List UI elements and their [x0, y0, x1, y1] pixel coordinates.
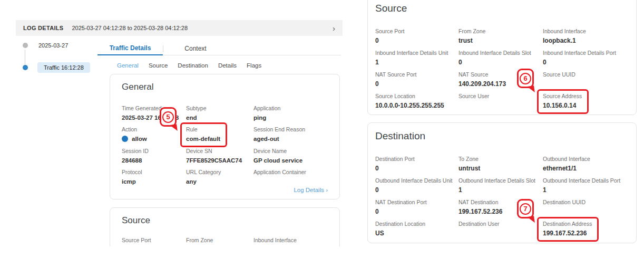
field-value: 0: [122, 246, 186, 246]
field-label: Session End Reason: [253, 126, 328, 133]
field-value: 1: [375, 59, 458, 66]
field-label: Protocol: [122, 169, 186, 176]
field-label: Destination Port: [375, 156, 458, 163]
field-value: trust: [458, 37, 543, 44]
field-inbound-interface-details-unit: Inbound Interface Details Unit1: [375, 50, 458, 66]
annotation-highlight-box: Source Address10.156.0.14: [537, 89, 589, 114]
field-label: Inbound Interface: [253, 237, 328, 244]
subtab-destination[interactable]: Destination: [178, 62, 208, 69]
field-inbound-interface: Inbound Interfaceloopback.1: [543, 28, 629, 44]
field-destination-address: Destination Address199.167.52.236: [543, 221, 629, 237]
source-preview-clip: Source Source Port0From ZonetrustInbound…: [110, 207, 340, 246]
field-label: Inbound Interface Details Port: [543, 50, 629, 56]
field-value: ethernet1/1: [543, 165, 629, 172]
field-value: 284688: [122, 157, 186, 164]
field-label: Application: [253, 105, 328, 112]
timeline-date-item: 2025-03-27: [23, 42, 68, 49]
field-value: [458, 230, 543, 237]
field-to-zone: To Zoneuntrust: [458, 156, 543, 172]
field-value: loopback.1: [253, 246, 328, 246]
field-value: 0: [458, 59, 543, 66]
destination-section-title: Destination: [375, 130, 629, 142]
field-label: Source Port: [375, 28, 458, 35]
field-label: Inbound Interface Details Unit: [375, 50, 458, 56]
field-rule: Rulecom-default: [186, 126, 253, 143]
source-fields-grid-left: Source Port0From ZonetrustInbound Interf…: [122, 237, 328, 246]
field-device-name: Device NameGP cloud service: [253, 148, 328, 164]
field-label: NAT Destination Port: [375, 199, 458, 206]
field-value: trust: [186, 246, 253, 246]
destination-section-card: Destination Destination Port0To Zoneuntr…: [367, 122, 637, 243]
field-label: Outbound Interface Details Unit: [375, 177, 458, 184]
field-value: [253, 178, 328, 185]
field-label: Source Port: [122, 237, 186, 244]
chevron-right-icon[interactable]: ›: [333, 24, 335, 32]
timeline-event-item[interactable]: Traffic 16:12:28: [23, 62, 90, 73]
tab-traffic-details[interactable]: Traffic Details: [97, 44, 163, 55]
annotation-callout-7: 7: [517, 199, 534, 218]
annotation-highlight-box: Rulecom-default: [180, 122, 227, 147]
timeline-event-dot-icon: [23, 65, 28, 70]
subtab-flags[interactable]: Flags: [247, 62, 261, 69]
general-fields-grid: Time Generated2025-03-27 16:12:28Subtype…: [122, 105, 328, 185]
annotation-callout-5: 5: [160, 107, 177, 127]
source-section-title: Source: [375, 3, 629, 14]
field-value: 0: [543, 59, 629, 66]
field-label: From Zone: [458, 28, 543, 35]
field-label: Device Name: [253, 148, 328, 155]
field-value: US: [375, 230, 458, 237]
annotation-number-5: 5: [162, 111, 174, 123]
field-value: 199.167.52.236: [543, 230, 592, 237]
field-label: Destination UUID: [543, 199, 629, 206]
field-source-uuid: Source UUID: [543, 71, 629, 88]
field-label: Device SN: [186, 148, 253, 155]
field-value: 0: [375, 208, 458, 215]
field-label: Session ID: [122, 148, 186, 155]
field-value: [543, 80, 629, 88]
field-label: Inbound Interface Details Slot: [458, 50, 543, 56]
field-inbound-interface-details-port: Inbound Interface Details Port0: [543, 50, 629, 66]
field-label: From Zone: [186, 237, 253, 244]
subtab-source[interactable]: Source: [149, 62, 168, 69]
destination-fields-grid: Destination Port0To ZoneuntrustOutbound …: [375, 156, 629, 237]
field-label: Rule: [186, 126, 220, 133]
field-value: ping: [253, 114, 328, 121]
field-source-port: Source Port0: [375, 28, 458, 44]
field-inbound-interface: Inbound Interfaceloopback.1: [253, 237, 328, 246]
timeline-event-pill[interactable]: Traffic 16:12:28: [37, 62, 90, 73]
section-subtabs: General Source Destination Details Flags: [117, 62, 261, 69]
log-details-page: LOG DETAILS 2025-03-27 04:12:28 to 2025-…: [0, 0, 644, 257]
subtab-general[interactable]: General: [117, 62, 139, 69]
log-details-link[interactable]: Log Details ›: [294, 187, 328, 193]
field-url-category: URL Categoryany: [186, 169, 253, 185]
field-value: [458, 102, 543, 109]
subtab-details[interactable]: Details: [218, 62, 237, 69]
field-label: Source UUID: [543, 71, 629, 78]
field-inbound-interface-details-slot: Inbound Interface Details Slot0: [458, 50, 543, 66]
field-value: GP cloud service: [253, 157, 328, 164]
allow-action-dot-icon: [122, 136, 128, 142]
field-value: 0: [375, 80, 458, 88]
annotation-highlight-box: Destination Address199.167.52.236: [537, 217, 599, 242]
field-value: end: [186, 114, 253, 121]
log-timeline: 2025-03-27 Traffic 16:12:28: [23, 40, 99, 77]
field-outbound-interface-details-port: Outbound Interface Details Port1: [543, 177, 629, 194]
timeline-date-dot-icon: [23, 43, 28, 48]
field-value: 7FFE8529C5AAC74: [186, 157, 253, 164]
log-date-range: 2025-03-27 04:12:28 to 2025-03-28 04:12:…: [72, 25, 188, 31]
field-source-address: Source Address10.156.0.14: [543, 93, 629, 110]
source-section-card: Source Source Port0From ZonetrustInbound…: [367, 0, 637, 115]
field-source-location: Source Location10.0.0.0-10.255.255.255: [375, 93, 458, 110]
source-section-card-left: Source Source Port0From ZonetrustInbound…: [110, 207, 340, 246]
field-value: allow: [122, 135, 186, 142]
field-value: 1: [458, 186, 543, 194]
field-value: icmp: [122, 178, 186, 185]
field-value: 1: [543, 186, 629, 194]
annotation-number-7: 7: [520, 203, 531, 215]
log-details-header-bar: LOG DETAILS 2025-03-27 04:12:28 to 2025-…: [16, 20, 343, 36]
field-destination-port: Destination Port0: [375, 156, 458, 172]
log-details-title: LOG DETAILS: [23, 25, 63, 31]
field-label: Destination Location: [375, 221, 458, 227]
field-destination-location: Destination LocationUS: [375, 221, 458, 237]
tab-context[interactable]: Context: [163, 45, 228, 55]
